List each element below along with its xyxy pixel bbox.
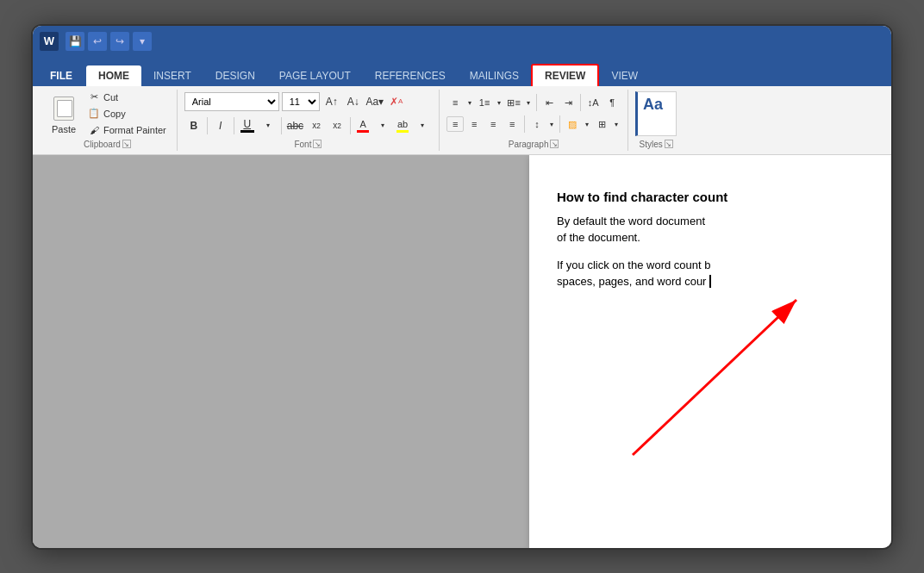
clear-format-btn[interactable]: ✗A <box>387 92 406 111</box>
undo-icon[interactable]: ↩ <box>88 32 107 51</box>
ribbon-tabs: FILE HOME INSERT DESIGN PAGE LAYOUT REFE… <box>33 57 891 86</box>
tab-mailings[interactable]: MAILINGS <box>458 65 531 86</box>
svg-line-1 <box>633 300 796 455</box>
styles-preview[interactable]: Aa <box>635 91 677 136</box>
styles-expander[interactable]: ↘ <box>665 140 673 148</box>
paste-button[interactable]: Paste <box>45 90 83 138</box>
clipboard-paper <box>57 100 72 117</box>
styles-group: Aa Styles ↘ <box>628 90 684 151</box>
customize-icon[interactable]: ▾ <box>133 32 152 51</box>
show-formatting-btn[interactable]: ¶ <box>603 95 621 110</box>
font-size-select[interactable]: 11 <box>282 92 320 111</box>
borders-btn[interactable]: ⊞ <box>593 116 610 132</box>
sort-btn[interactable]: ↕A <box>584 95 602 110</box>
tab-file[interactable]: FILE <box>36 65 86 86</box>
tab-design[interactable]: DESIGN <box>203 65 267 86</box>
tab-review[interactable]: REVIEW <box>531 64 599 86</box>
document-content: How to find character count By default t… <box>557 190 864 290</box>
align-center-btn[interactable]: ≡ <box>465 116 483 132</box>
numbering-btn[interactable]: 1≡ <box>476 95 493 110</box>
paste-icon <box>52 93 76 122</box>
bullets-btn[interactable]: ≡ <box>446 95 464 110</box>
change-case-btn[interactable]: Aa▾ <box>365 92 384 111</box>
document-area: How to find character count By default t… <box>33 155 891 548</box>
line-spacing-dropdown[interactable]: ▾ <box>547 115 556 134</box>
paragraph-expander[interactable]: ↘ <box>550 140 559 148</box>
italic-button[interactable]: I <box>211 116 230 135</box>
cut-button[interactable]: ✂ Cut <box>84 90 170 105</box>
separator-2 <box>234 117 234 134</box>
redo-icon[interactable]: ↪ <box>110 32 129 51</box>
clipboard-expander[interactable]: ↘ <box>122 140 131 148</box>
word-logo: W <box>40 32 59 51</box>
paste-label: Paste <box>52 124 76 134</box>
paragraph-group: ≡ ▾ 1≡ ▾ ⊞≡ ▾ ⇤ ⇥ ↕A ¶ ≡ ≡ ≡ ≡ <box>440 90 628 151</box>
styles-group-label: Styles ↘ <box>639 138 672 151</box>
underline-button[interactable]: U <box>238 116 257 135</box>
tab-page-layout[interactable]: PAGE LAYOUT <box>267 65 363 86</box>
para-sep-4 <box>559 115 560 133</box>
paragraph-group-label: Paragraph ↘ <box>509 138 559 151</box>
separator-3 <box>281 117 282 134</box>
clipboard-group: Paste ✂ Cut 📋 Copy 🖌 Format Painter <box>38 90 178 151</box>
word-window: W 💾 ↩ ↪ ▾ FILE HOME INSERT DESIGN PAGE L… <box>31 24 893 550</box>
document-page[interactable]: How to find character count By default t… <box>529 155 891 548</box>
highlight-dropdown[interactable]: ▾ <box>413 116 432 135</box>
font-color-dropdown[interactable]: ▾ <box>373 116 392 135</box>
strikethrough-button[interactable]: abc <box>285 116 305 135</box>
format-painter-icon: 🖌 <box>88 124 100 136</box>
align-right-btn[interactable]: ≡ <box>484 116 502 132</box>
shading-btn[interactable]: ▨ <box>564 116 581 132</box>
para-row-2: ≡ ≡ ≡ ≡ ↕ ▾ ▨ ▾ ⊞ ▾ <box>446 115 621 134</box>
clipboard-content: Paste ✂ Cut 📋 Copy 🖌 Format Painter <box>45 90 170 138</box>
para-sep-2 <box>580 94 581 111</box>
doc-para2: If you click on the word count bspaces, … <box>557 257 864 290</box>
doc-left-margin <box>33 155 529 548</box>
cut-label: Cut <box>103 92 118 103</box>
font-format-row: B I U ▾ abc x2 x2 A <box>184 116 432 135</box>
font-expander[interactable]: ↘ <box>313 140 322 148</box>
save-icon[interactable]: 💾 <box>66 32 84 51</box>
align-left-btn[interactable]: ≡ <box>446 116 464 132</box>
text-cursor <box>706 275 711 288</box>
title-bar: W 💾 ↩ ↪ ▾ <box>33 26 891 57</box>
line-spacing-btn[interactable]: ↕ <box>528 116 546 132</box>
ribbon-toolbar: Paste ✂ Cut 📋 Copy 🖌 Format Painter <box>33 86 891 155</box>
tab-home[interactable]: HOME <box>86 65 141 86</box>
separator-4 <box>350 117 351 134</box>
format-painter-button[interactable]: 🖌 Format Painter <box>84 122 170 138</box>
justify-btn[interactable]: ≡ <box>503 116 521 132</box>
increase-font-btn[interactable]: A↑ <box>322 92 341 111</box>
tab-view[interactable]: VIEW <box>599 65 650 86</box>
numbering-dropdown[interactable]: ▾ <box>495 93 503 112</box>
font-group: Arial 11 A↑ A↓ Aa▾ ✗A B I U <box>178 90 440 151</box>
underline-color-bar <box>240 130 254 133</box>
multilevel-btn[interactable]: ⊞≡ <box>505 95 522 110</box>
borders-dropdown[interactable]: ▾ <box>612 115 621 134</box>
font-color-button[interactable]: A <box>354 118 371 134</box>
underline-dropdown[interactable]: ▾ <box>259 116 278 135</box>
superscript-button[interactable]: x2 <box>328 116 346 135</box>
font-group-label: Font ↘ <box>294 138 322 151</box>
subscript-button[interactable]: x2 <box>307 116 326 135</box>
font-name-select[interactable]: Arial <box>184 92 279 111</box>
copy-icon: 📋 <box>88 108 100 120</box>
doc-para1: By default the word documentof the docum… <box>557 213 864 246</box>
doc-heading: How to find character count <box>557 190 864 204</box>
bullets-dropdown[interactable]: ▾ <box>465 93 474 112</box>
decrease-indent-btn[interactable]: ⇤ <box>540 95 558 110</box>
highlight-button[interactable]: ab <box>394 118 411 134</box>
bold-button[interactable]: B <box>184 116 203 135</box>
cut-icon: ✂ <box>88 91 100 103</box>
decrease-font-btn[interactable]: A↓ <box>344 92 363 111</box>
font-color-bar <box>357 130 369 133</box>
font-selector-row: Arial 11 A↑ A↓ Aa▾ ✗A <box>184 92 432 111</box>
increase-indent-btn[interactable]: ⇥ <box>559 95 577 110</box>
multilevel-dropdown[interactable]: ▾ <box>524 93 533 112</box>
copy-button[interactable]: 📋 Copy <box>84 106 170 121</box>
tab-insert[interactable]: INSERT <box>141 65 203 86</box>
title-bar-controls: 💾 ↩ ↪ ▾ <box>66 32 152 51</box>
tab-references[interactable]: REFERENCES <box>363 65 458 86</box>
shading-dropdown[interactable]: ▾ <box>583 115 591 134</box>
highlight-color-bar <box>396 130 409 133</box>
